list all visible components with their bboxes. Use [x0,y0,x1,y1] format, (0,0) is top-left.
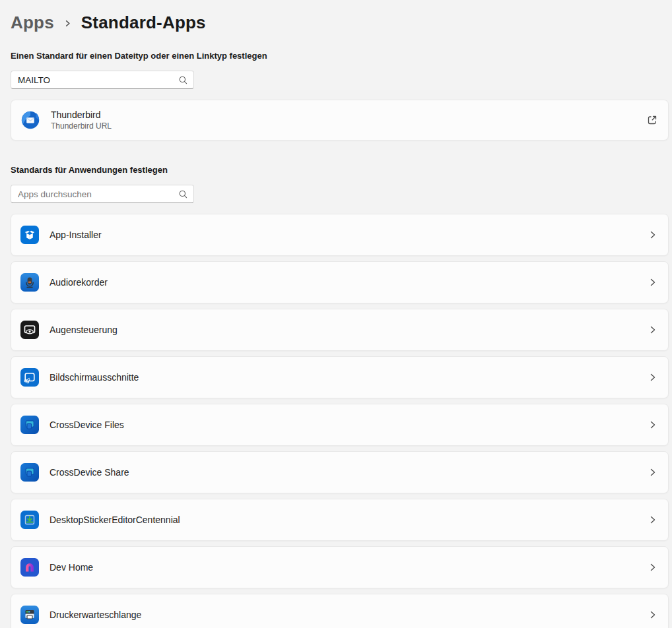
list-item[interactable]: Druckerwarteschlange [11,594,669,628]
chevron-right-icon [648,467,658,478]
filetype-search-box[interactable] [11,71,194,89]
result-handler-type: Thunderbird URL [51,121,112,131]
sticker-editor-icon [20,511,39,529]
list-item[interactable]: Bildschirmausschnitte [11,356,669,398]
dev-home-icon [20,558,39,577]
app-label: CrossDevice Files [50,420,124,430]
thunderbird-logo-icon [20,110,41,131]
list-item[interactable]: CrossDevice Share [11,451,669,493]
app-installer-icon [20,226,39,244]
app-list: App-Installer Audiorekorder Augensteueru… [11,214,669,628]
chevron-right-icon [648,562,658,573]
apps-search-box[interactable] [11,185,194,203]
filetype-section-heading: Einen Standard für einen Dateityp oder e… [11,51,669,61]
result-text: Thunderbird Thunderbird URL [51,110,112,131]
search-icon[interactable] [178,75,188,85]
chevron-right-icon [648,372,658,383]
list-item[interactable]: App-Installer [11,214,669,256]
breadcrumb-apps-link[interactable]: Apps [11,13,54,33]
open-external-icon[interactable] [646,114,658,126]
list-item[interactable]: Dev Home [11,546,669,588]
filetype-result-card[interactable]: Thunderbird Thunderbird URL [11,100,669,141]
search-icon[interactable] [178,189,188,199]
result-app-name: Thunderbird [51,110,112,120]
chevron-right-icon [648,515,658,525]
app-label: Bildschirmausschnitte [50,372,139,383]
list-item[interactable]: Audiorekorder [11,261,669,303]
chevron-right-icon [648,325,658,335]
app-label: Druckerwarteschlange [50,610,141,620]
breadcrumb-chevron-icon [63,18,73,28]
apps-section-heading: Standards für Anwendungen festlegen [11,165,669,175]
app-label: App-Installer [50,230,102,240]
snipping-tool-icon [20,368,39,387]
chevron-right-icon [648,610,658,620]
list-item[interactable]: DesktopStickerEditorCentennial [11,499,669,541]
apps-search-input[interactable] [18,189,178,199]
page-title: Standard-Apps [81,13,206,33]
crossdevice-icon [20,416,39,434]
chevron-right-icon [648,277,658,288]
print-queue-icon [20,606,39,624]
filetype-search-input[interactable] [18,75,178,85]
app-label: CrossDevice Share [50,467,129,478]
settings-default-apps-page: Apps Standard-Apps Einen Standard für ei… [0,0,672,628]
chevron-right-icon [648,420,658,430]
voice-recorder-icon [20,273,39,292]
app-label: DesktopStickerEditorCentennial [50,515,180,525]
chevron-right-icon [648,230,658,240]
list-item[interactable]: Augensteuerung [11,309,669,351]
crossdevice-icon [20,463,39,482]
app-label: Augensteuerung [50,325,118,335]
breadcrumb: Apps Standard-Apps [11,9,669,36]
app-label: Audiorekorder [50,277,108,288]
app-label: Dev Home [50,562,93,573]
list-item[interactable]: CrossDevice Files [11,404,669,446]
eye-control-icon [20,321,39,339]
